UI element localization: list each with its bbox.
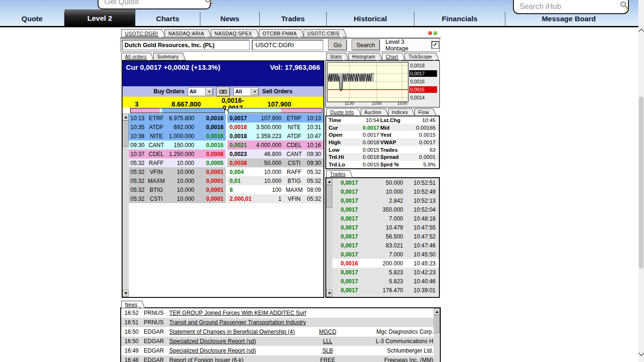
nav-tab-quote[interactable]: Quote — [0, 12, 65, 26]
search-icon[interactable] — [620, 1, 628, 11]
scrollbar-thumb[interactable] — [326, 185, 332, 208]
chevron-down-icon[interactable]: ▼ — [205, 88, 213, 95]
stock-tab-row: USOTC:DGRINASDAQ:ARIANASDAQ:SPEXOTCBB:FN… — [120, 29, 441, 38]
trade-price: 0,0016 — [332, 260, 366, 267]
bid-row[interactable]: 05:32CSTI10.0000,0001 — [129, 194, 226, 203]
ask-row[interactable]: 0,0110.000BTIG05:32 — [227, 176, 323, 185]
book-scrollbar[interactable] — [123, 114, 129, 297]
page-scrollbar[interactable] — [638, 0, 644, 362]
ask-row[interactable]: 8100MAXM08:09 — [227, 185, 323, 194]
news-headline-link[interactable]: Report of Foreign Issuer (6-k) — [169, 357, 243, 362]
bid-row[interactable]: 09:30CANT150.0000,0015 — [129, 140, 226, 149]
trade-row: 0,00177.00010:45:50 — [332, 250, 439, 259]
scroll-up-button[interactable] — [326, 178, 332, 185]
news-time: 16:49 — [121, 347, 142, 354]
chevron-down-icon[interactable]: ▼ — [251, 88, 258, 95]
ask-row[interactable]: 0,00183.500.000NITE10:31 — [227, 123, 323, 132]
ask-row[interactable]: 0,00181.359.223ATDF10:47 — [227, 132, 323, 140]
news-time: 16:50 — [121, 329, 142, 335]
news-headline-link[interactable]: Statement of Changes in Beneficial Owner… — [169, 329, 295, 335]
green-status-dot-icon — [433, 31, 437, 35]
quote-tab-quote-info[interactable]: Quote Info — [326, 108, 355, 116]
news-scrollbar[interactable] — [434, 308, 440, 362]
scroll-down-icon[interactable] — [638, 350, 644, 356]
view-tab-all-orders[interactable]: All orders — [121, 53, 148, 60]
news-ticker-link[interactable]: MGCD — [319, 329, 337, 335]
tab-trades[interactable]: Trades — [326, 170, 347, 178]
nav-tab-financials[interactable]: Financials — [414, 12, 505, 26]
nav-tab-charts[interactable]: Charts — [135, 12, 200, 26]
level3-montage-label: Level 3 Montage — [386, 39, 429, 52]
ask-row[interactable]: 0,002346.800CANT09:30 — [227, 149, 323, 158]
scrollbar-thumb[interactable] — [123, 121, 129, 147]
news-headline-link[interactable]: Transit and Ground Passenger Transportat… — [169, 319, 306, 326]
scrollbar-thumb[interactable] — [639, 97, 644, 269]
chart-tab-chart[interactable]: Chart — [382, 53, 399, 60]
stock-tab-otcbb-fnma[interactable]: OTCBB:FNMA — [259, 29, 298, 37]
search-ihub-input[interactable] — [519, 2, 618, 11]
trades-scrollbar[interactable] — [326, 178, 332, 297]
stock-tab-usotc-cbis[interactable]: USOTC:CBIS — [304, 29, 341, 37]
news-ticker: SLB — [306, 347, 349, 354]
scroll-down-button[interactable] — [123, 290, 129, 297]
news-headline-link[interactable]: Specialized Disclosure Report (sd) — [169, 338, 256, 345]
bid-row[interactable]: 05:32BTIG10.0000,0001 — [129, 185, 226, 194]
chart-tab-histogram[interactable]: Histogram — [348, 53, 377, 60]
news-ticker-link[interactable]: LLL — [323, 338, 332, 345]
bid-row[interactable]: 05:32MAXM10.0000,0001 — [129, 176, 226, 185]
ask-row[interactable]: 0,0017107.900ETRF10:13 — [227, 114, 323, 123]
view-tab-summary[interactable]: Summary — [153, 53, 180, 60]
buy-orders-select[interactable]: All ▼ — [188, 87, 213, 96]
qi-value: 0.0018 — [350, 140, 380, 145]
link-filters-button[interactable] — [216, 87, 230, 97]
chart-tab-tickscope[interactable]: TickScope — [405, 53, 433, 60]
get-quote-input[interactable] — [103, 0, 203, 7]
nav-tab-level-2[interactable]: Level 2 — [65, 9, 135, 26]
nav-tab-historical[interactable]: Historical — [327, 12, 414, 26]
scroll-up-button[interactable] — [123, 114, 129, 121]
bid-row[interactable]: 10:37CDEL1.250.0000,0008 — [129, 149, 226, 158]
nav-tab-message-board[interactable]: Message Board — [505, 12, 632, 26]
view-tab-label: Summary — [157, 54, 179, 59]
bid-row[interactable]: 10:13ETRF6.975.8000,0016 — [129, 114, 226, 123]
nav-tab-news[interactable]: News — [200, 12, 260, 26]
sell-orders-select[interactable]: All ▼ — [233, 87, 259, 96]
news-ticker-link[interactable]: SLB — [322, 347, 333, 354]
ask-mm: ETRF — [284, 115, 305, 122]
level3-montage-checkbox[interactable]: ✓ — [431, 41, 439, 49]
scroll-down-button[interactable] — [326, 290, 332, 297]
chart-tab-stats[interactable]: Stats — [326, 53, 343, 60]
bid-row[interactable]: 10:38NITE1.000.0000,0016 — [129, 132, 226, 140]
symbol-input[interactable] — [255, 41, 321, 49]
news-headline-link[interactable]: Specialized Disclosure Report (sd) — [169, 347, 256, 354]
stock-tab-usotc-dgri[interactable]: USOTC:DGRI — [121, 29, 159, 37]
quote-tab-auction[interactable]: Auction — [361, 108, 383, 116]
ask-row[interactable]: 2.000,011VFIN05:32 — [227, 194, 323, 203]
quote-tab-flow[interactable]: Flow — [414, 108, 430, 116]
scroll-up-icon[interactable] — [638, 28, 644, 34]
ask-row[interactable]: 0,00410.000RAFF05:32 — [227, 167, 323, 176]
ask-row[interactable]: 0,00214.000.000CDEL10:16 — [227, 140, 323, 149]
search-icon[interactable] — [205, 0, 213, 7]
scrollbar-thumb[interactable] — [434, 315, 440, 333]
search-button[interactable]: Search — [352, 40, 380, 50]
bid-row[interactable]: 05:32RAFF10.0000,0005 — [129, 158, 226, 167]
get-quote-box — [98, 0, 211, 9]
scroll-up-button[interactable] — [434, 308, 440, 315]
stock-tab-nasdaq-aria[interactable]: NASDAQ:ARIA — [165, 29, 206, 37]
quote-tab-indices[interactable]: Indices — [388, 108, 410, 116]
bid-time: 05:32 — [129, 169, 146, 175]
news-headline-link[interactable]: TER GROUP Joined Forces With KEIM ADDITE… — [169, 310, 306, 316]
news-row: 16:51PRNUSTransit and Ground Passenger T… — [121, 318, 440, 327]
tab-news[interactable]: News — [121, 301, 139, 308]
go-button[interactable]: Go — [328, 40, 347, 50]
bid-row[interactable]: 05:32VFIN10.0000,0001 — [129, 167, 226, 176]
nav-tab-trades[interactable]: Trades — [260, 12, 327, 26]
bid-row[interactable]: 10:35ATDF692.0000,0016 — [129, 123, 226, 132]
ask-row[interactable]: 0,003850.000CSTI09:30 — [227, 158, 323, 167]
news-ticker: MGCD — [306, 329, 349, 335]
stock-tab-label: USOTC:DGRI — [125, 31, 158, 36]
stock-tab-nasdaq-spex[interactable]: NASDAQ:SPEX — [211, 29, 254, 37]
chart-tab-label: TickScope — [408, 54, 432, 59]
news-ticker-link[interactable]: FREE — [320, 357, 335, 362]
